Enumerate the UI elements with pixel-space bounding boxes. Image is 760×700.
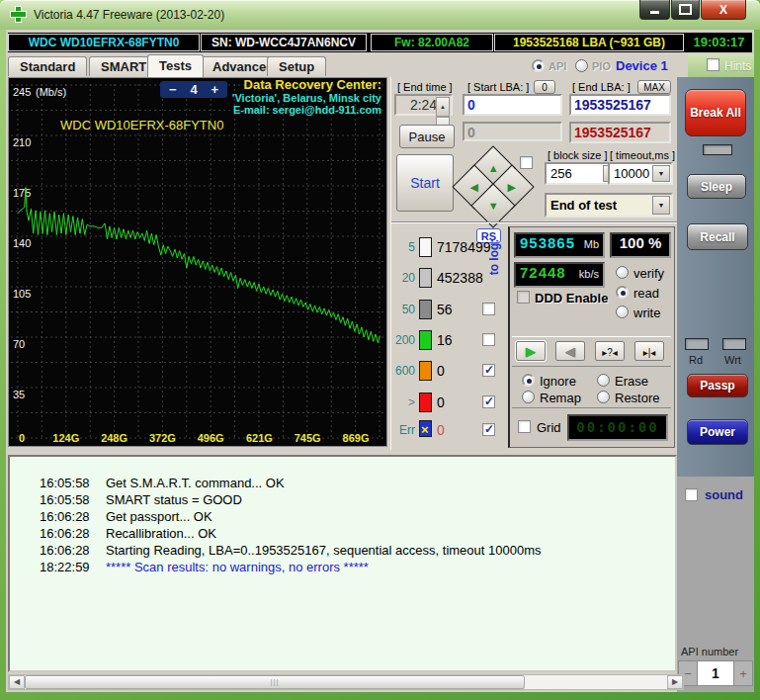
title-bar[interactable]: Victoria 4.47 Freeware (2013-02-20) X (0, 0, 760, 30)
end-lba-label: [ End LBA: ] (572, 81, 631, 93)
clock: 19:03:17 (686, 34, 752, 51)
timeout-label: [ timeout,ms ] (610, 149, 675, 161)
app-icon-green-cross (11, 7, 26, 22)
pio-radio[interactable] (575, 59, 588, 72)
drive-model: WDC WD10EFRX-68FYTN0 (8, 34, 200, 51)
log-row: 16:06:28 Recallibration... OK (10, 526, 675, 543)
end-time-spin-buttons: ▲▼ (436, 97, 450, 113)
drive-info-bar: WDC WD10EFRX-68FYTN0 SN: WD-WCC4J7AN6NCV… (8, 33, 752, 52)
graph-drive-title: WDC WD10EFRX-68FYTN0 (60, 118, 223, 132)
svg-text:745G: 745G (295, 432, 321, 444)
grid-checkbox[interactable] (518, 420, 531, 433)
mb-display: 953865 Mb (514, 232, 605, 258)
drive-firmware: Fw: 82.00A82 (371, 34, 493, 51)
break-all-button[interactable]: Break All (685, 89, 746, 136)
goto-end-button[interactable]: ▸|◂ (634, 341, 664, 361)
minimize-button[interactable] (639, 0, 670, 20)
sound-label: sound (705, 487, 743, 502)
error-color-box: × (419, 420, 432, 437)
grid-row: Grid 00:00:00 (512, 409, 671, 447)
device-selector[interactable]: Device 1 (616, 58, 668, 73)
back-button[interactable]: ◀ (555, 341, 585, 361)
restore-radio[interactable] (597, 391, 610, 403)
pause-button[interactable]: Pause (399, 125, 455, 148)
side-column-lower: sound API number − 1 + (677, 477, 754, 692)
timeout-select[interactable]: 10000▼ (608, 162, 673, 185)
start-lba-current: 0 (463, 122, 562, 141)
svg-text:869G: 869G (343, 432, 370, 444)
erase-label: Erase (615, 374, 648, 389)
scroll-right-arrow[interactable]: ▶ (667, 675, 683, 689)
restore-label: Restore (615, 391, 660, 405)
log-row: 16:05:58 Get S.M.A.R.T. command... OK (10, 476, 675, 492)
api-radio[interactable] (532, 59, 545, 72)
play-button[interactable]: ▶ (516, 341, 546, 361)
power-button[interactable]: Power (687, 419, 748, 445)
api-number-plus-button[interactable]: + (733, 661, 752, 685)
counter-log-checkbox[interactable] (482, 423, 495, 436)
speed-graph-svg: 2452101751401057035(Mb/s)0124G248G372G49… (9, 78, 386, 446)
svg-text:70: 70 (13, 338, 25, 350)
counter-color-box (419, 361, 432, 381)
graph-zoom-out-button[interactable]: − (169, 82, 177, 97)
api-label: API (549, 60, 566, 72)
start-lba-zero-button[interactable]: 0 (534, 80, 555, 94)
end-time-spinner[interactable]: 2:24 ▲▼ (394, 94, 453, 116)
recall-button[interactable]: Recall (687, 223, 748, 250)
svg-text:35: 35 (13, 389, 25, 400)
read-led-label: Rd (689, 354, 703, 366)
read-radio[interactable] (616, 286, 629, 299)
end-of-test-select[interactable]: End of test▼ (545, 193, 673, 218)
scrollbar-thumb[interactable]: ||| (25, 675, 525, 689)
counter-color-box (419, 330, 432, 350)
svg-text:248G: 248G (101, 432, 127, 444)
hints-label: Hints (724, 59, 751, 73)
verify-radio[interactable] (616, 266, 629, 279)
end-time-label: [ End time ] (397, 81, 453, 93)
ignore-radio[interactable] (522, 374, 535, 387)
start-lba-input[interactable]: 0 (463, 94, 562, 116)
write-led-label: Wrt (724, 354, 741, 366)
horizontal-scrollbar[interactable]: ◀ ||| ▶ (8, 674, 684, 690)
start-button[interactable]: Start (396, 154, 454, 212)
log-row: 16:06:28 Get passport... OK (10, 509, 675, 526)
seek-checkbox[interactable] (520, 156, 533, 169)
banner-line2: 'Victoria', Belarus, Minsk city (232, 92, 381, 105)
counter-log-checkbox[interactable] (482, 333, 495, 346)
svg-text:175: 175 (13, 187, 31, 199)
maximize-button[interactable] (671, 0, 700, 20)
tab-setup[interactable]: Setup (267, 56, 326, 76)
sound-checkbox[interactable] (685, 488, 698, 501)
speed-graph: 2452101751401057035(Mb/s)0124G248G372G49… (8, 77, 387, 447)
counter-log-checkbox[interactable] (482, 303, 495, 315)
end-lba-input[interactable]: 1953525167 (569, 94, 671, 116)
erase-radio[interactable] (597, 374, 610, 387)
tab-tests[interactable]: Tests (147, 54, 204, 77)
hints-checkbox[interactable] (707, 58, 719, 71)
graph-zoom-in-button[interactable]: + (211, 82, 218, 97)
dropdown-arrow-icon: ▼ (652, 165, 670, 182)
write-radio[interactable] (616, 306, 629, 318)
start-lba-label: [ Start LBA: ] (467, 81, 529, 93)
log-area[interactable]: 16:05:58 Get S.M.A.R.T. command... OK 16… (8, 455, 677, 672)
error-x-icon: × (421, 422, 429, 438)
sleep-button[interactable]: Sleep (687, 174, 746, 199)
end-lba-max-button[interactable]: MAX (637, 80, 671, 94)
tab-row: Standard SMART Tests Advanced Setup API … (6, 54, 754, 77)
close-button[interactable]: X (701, 0, 746, 20)
tab-standard[interactable]: Standard (8, 56, 87, 76)
svg-text:105: 105 (13, 288, 31, 300)
svg-text:245: 245 (13, 86, 31, 98)
seek-test-button[interactable]: ▸?◂ (595, 341, 625, 361)
counter-log-checkbox[interactable] (482, 395, 495, 408)
banner-line3: E-mail: sergei@hdd-911.com (232, 104, 381, 117)
end-lba-current: 1953525167 (569, 122, 671, 143)
passport-button[interactable]: Passp (687, 374, 748, 397)
scroll-left-arrow[interactable]: ◀ (9, 675, 25, 689)
log-row: 16:06:28 Starting Reading, LBA=0..195352… (10, 543, 675, 560)
counter-log-checkbox[interactable] (482, 364, 495, 377)
remap-radio[interactable] (522, 391, 535, 403)
ddd-enable-checkbox[interactable] (517, 291, 530, 304)
window-title: Victoria 4.47 Freeware (2013-02-20) (34, 0, 224, 30)
api-number-value: 1 (698, 661, 733, 685)
